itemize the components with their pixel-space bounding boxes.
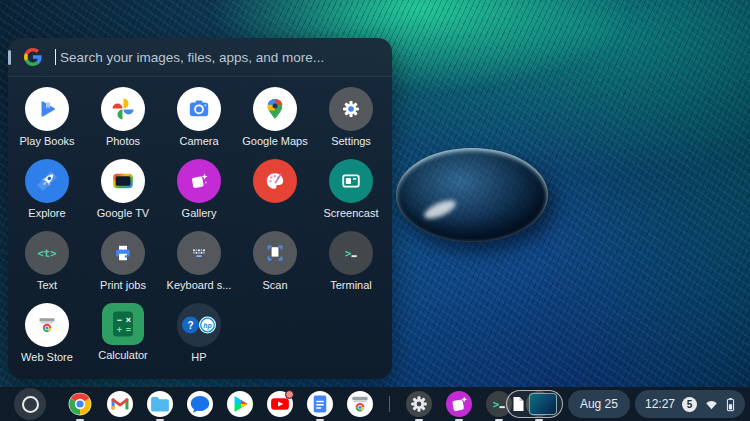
svg-text:−: −: [117, 315, 122, 325]
shelf-app-web-store[interactable]: [347, 391, 373, 417]
app-settings[interactable]: Settings: [313, 77, 389, 149]
camera-icon: [177, 87, 221, 131]
hp-folder-icon: ?hp: [177, 303, 221, 347]
app-label: Terminal: [330, 279, 372, 292]
app-label: Photos: [106, 135, 140, 148]
app-launcher-panel: Play Books Photos Camera Google Maps: [8, 38, 392, 379]
app-print-jobs[interactable]: Print jobs: [85, 221, 161, 293]
chromeos-desktop: Play Books Photos Camera Google Maps: [0, 0, 750, 421]
google-tv-icon: [101, 159, 145, 203]
app-label: Google TV: [97, 207, 149, 220]
app-terminal[interactable]: > Terminal: [313, 221, 389, 293]
web-store-icon: [347, 391, 373, 417]
app-grid: Play Books Photos Camera Google Maps: [8, 77, 392, 365]
text-caret: [55, 49, 56, 65]
date-label: Aug 25: [580, 397, 618, 411]
app-label: Text: [37, 279, 57, 292]
screencast-icon: [329, 159, 373, 203]
app-label: HP: [191, 351, 206, 364]
app-label: Explore: [28, 207, 65, 220]
system-tray: Aug 25 12:27 5: [506, 390, 745, 418]
app-camera[interactable]: Camera: [161, 77, 237, 149]
app-label: Gallery: [182, 207, 217, 220]
clock-label: 12:27: [645, 397, 675, 411]
wifi-icon: [704, 397, 719, 412]
svg-text:=: =: [126, 325, 131, 335]
gallery-icon: [446, 391, 472, 417]
shelf-app-youtube[interactable]: [267, 391, 293, 417]
shelf-app-gmail[interactable]: [107, 391, 133, 417]
shelf-app-files[interactable]: [147, 391, 173, 417]
canvas-icon: [253, 159, 297, 203]
shelf: > Aug 25 12:27 5: [0, 387, 750, 421]
settings-icon: [329, 87, 373, 131]
app-label: Google Maps: [242, 135, 307, 148]
app-text[interactable]: <t> Text: [9, 221, 85, 293]
shelf-app-settings[interactable]: [406, 391, 432, 417]
text-icon: <t>: [25, 231, 69, 275]
status-area[interactable]: 12:27 5: [635, 390, 745, 418]
holding-space-tray[interactable]: [506, 390, 563, 418]
svg-text:>: >: [345, 247, 351, 259]
app-gallery[interactable]: Gallery: [161, 149, 237, 221]
app-web-store[interactable]: Web Store: [9, 293, 85, 365]
shelf-app-docs[interactable]: [307, 391, 333, 417]
app-label: Scan: [262, 279, 287, 292]
app-canvas[interactable]: [237, 149, 313, 221]
app-folder-hp[interactable]: ?hp HP: [161, 293, 237, 365]
shelf-app-chrome[interactable]: [67, 391, 93, 417]
app-label: Camera: [179, 135, 218, 148]
play-store-icon: [227, 391, 253, 417]
search-input[interactable]: [58, 49, 392, 66]
app-label: Settings: [331, 135, 371, 148]
app-explore[interactable]: Explore: [9, 149, 85, 221]
launcher-search-bar[interactable]: [8, 38, 392, 77]
svg-text:hp: hp: [203, 322, 212, 330]
photos-icon: [101, 87, 145, 131]
web-store-icon: [25, 303, 69, 347]
app-label: Keyboard s...: [167, 279, 232, 292]
print-jobs-icon: [101, 231, 145, 275]
svg-text:>: >: [493, 398, 500, 411]
terminal-icon: >: [329, 231, 373, 275]
notification-dot: [285, 390, 294, 399]
page-indicator: [8, 50, 11, 65]
files-icon: [147, 391, 173, 417]
scan-icon: [253, 231, 297, 275]
screen-capture-file-icon: [512, 396, 525, 412]
app-google-maps[interactable]: Google Maps: [237, 77, 313, 149]
screen-capture-thumbnail[interactable]: [529, 393, 557, 415]
calendar-pill[interactable]: Aug 25: [568, 390, 630, 418]
shelf-app-messages[interactable]: [187, 391, 213, 417]
app-label: Screencast: [323, 207, 378, 220]
app-scan[interactable]: Scan: [237, 221, 313, 293]
battery-icon: [726, 397, 735, 412]
google-maps-icon: [253, 87, 297, 131]
app-keyboard-shortcuts[interactable]: Keyboard s...: [161, 221, 237, 293]
water-droplet-decoration: [396, 148, 548, 242]
shelf-app-gallery[interactable]: [446, 391, 472, 417]
google-logo-icon: [24, 48, 42, 66]
explore-icon: [25, 159, 69, 203]
app-google-tv[interactable]: Google TV: [85, 149, 161, 221]
notification-count-badge: 5: [682, 397, 697, 412]
app-screencast[interactable]: Screencast: [313, 149, 389, 221]
svg-text:?: ?: [187, 320, 193, 331]
app-photos[interactable]: Photos: [85, 77, 161, 149]
shelf-app-play-store[interactable]: [227, 391, 253, 417]
messages-icon: [187, 391, 213, 417]
app-play-books[interactable]: Play Books: [9, 77, 85, 149]
shelf-separator: [389, 396, 390, 412]
docs-icon: [307, 391, 333, 417]
app-calculator[interactable]: −×+= Calculator: [85, 293, 161, 365]
launcher-button[interactable]: [14, 388, 46, 420]
settings-icon: [406, 391, 432, 417]
shelf-apps: >: [67, 387, 552, 421]
calculator-icon: −×+=: [102, 303, 144, 345]
app-label: Play Books: [19, 135, 74, 148]
keyboard-shortcuts-icon: [177, 231, 221, 275]
gmail-icon: [107, 391, 133, 417]
svg-text:+: +: [117, 325, 122, 335]
chrome-icon: [67, 391, 93, 417]
launcher-icon: [22, 396, 39, 413]
